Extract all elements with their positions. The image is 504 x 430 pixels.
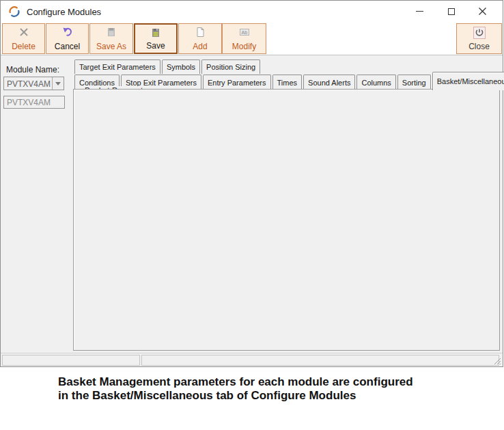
module-name-label: Module Name: (6, 65, 59, 75)
save-as-button-label: Save As (96, 42, 126, 51)
module-name-readonly-field: PVTXV4AM (3, 96, 65, 109)
status-bar (1, 353, 503, 366)
modify-ab-icon: Ab (239, 27, 250, 38)
save-floppy-icon (150, 27, 161, 38)
svg-text:Ab: Ab (241, 30, 247, 35)
save-button-label: Save (146, 41, 165, 51)
status-panel-left (2, 355, 140, 366)
minimize-icon (416, 11, 423, 12)
screenshot-root: Configure Modules Delete Cancel (0, 0, 504, 430)
window-close-button[interactable] (472, 1, 492, 22)
tab-sorting[interactable]: Sorting (397, 75, 431, 90)
add-button-label: Add (193, 42, 207, 51)
module-name-value: PVTXV4AM (7, 79, 51, 89)
delete-button-label: Delete (12, 42, 36, 51)
tab-sound-alerts[interactable]: Sound Alerts (303, 75, 355, 90)
configure-modules-window: Configure Modules Delete Cancel (0, 0, 503, 367)
add-button[interactable]: Add (178, 23, 222, 54)
caption-text: Basket Management parameters for each mo… (58, 375, 468, 403)
maximize-button[interactable] (441, 1, 462, 22)
maximize-icon (448, 8, 455, 15)
delete-x-icon (18, 27, 29, 38)
new-page-icon (195, 27, 206, 38)
module-name-combobox[interactable]: PVTXV4AM (3, 77, 64, 90)
tab-strip-row1: Target Exit Parameters Symbols Position … (74, 59, 260, 74)
status-panel-right (141, 355, 499, 366)
close-x-icon (479, 8, 486, 15)
modify-button[interactable]: Ab Modify (222, 23, 266, 54)
tab-entry-parameters[interactable]: Entry Parameters (203, 75, 271, 90)
cancel-button[interactable]: Cancel (46, 23, 89, 54)
tab-basket-miscellaneous[interactable]: Basket/Miscellaneous (432, 72, 504, 90)
caption-line2: in the Basket/Miscellaneous tab of Confi… (58, 389, 468, 403)
save-as-floppy-icon (106, 27, 117, 38)
modify-button-label: Modify (232, 42, 256, 51)
cancel-button-label: Cancel (55, 42, 80, 51)
chevron-down-icon (55, 82, 61, 85)
delete-button[interactable]: Delete (2, 23, 45, 54)
caption-line1: Basket Management parameters for each mo… (58, 375, 468, 389)
save-as-button[interactable]: Save As (89, 23, 133, 54)
close-button[interactable]: Close (456, 23, 502, 54)
resize-grip[interactable] (493, 357, 501, 365)
title-bar: Configure Modules (1, 1, 503, 23)
window-title: Configure Modules (27, 7, 101, 17)
tab-times[interactable]: Times (272, 75, 303, 90)
close-button-label: Close (468, 42, 490, 51)
toolbar: Delete Cancel Save As (1, 23, 503, 55)
tab-columns[interactable]: Columns (356, 75, 395, 90)
app-logo-icon (8, 5, 20, 18)
tab-target-exit-parameters[interactable]: Target Exit Parameters (74, 59, 160, 74)
undo-arrow-icon (62, 27, 73, 38)
tab-page-basket-miscellaneous (73, 89, 500, 351)
tab-position-sizing[interactable]: Position Sizing (201, 59, 260, 74)
module-name-readonly-value: PVTXV4AM (7, 98, 51, 107)
power-icon (473, 27, 486, 39)
minimize-button[interactable] (409, 1, 430, 22)
tab-symbols[interactable]: Symbols (162, 59, 200, 74)
save-button[interactable]: Save (134, 23, 178, 54)
combobox-dropdown-button[interactable] (52, 77, 64, 90)
